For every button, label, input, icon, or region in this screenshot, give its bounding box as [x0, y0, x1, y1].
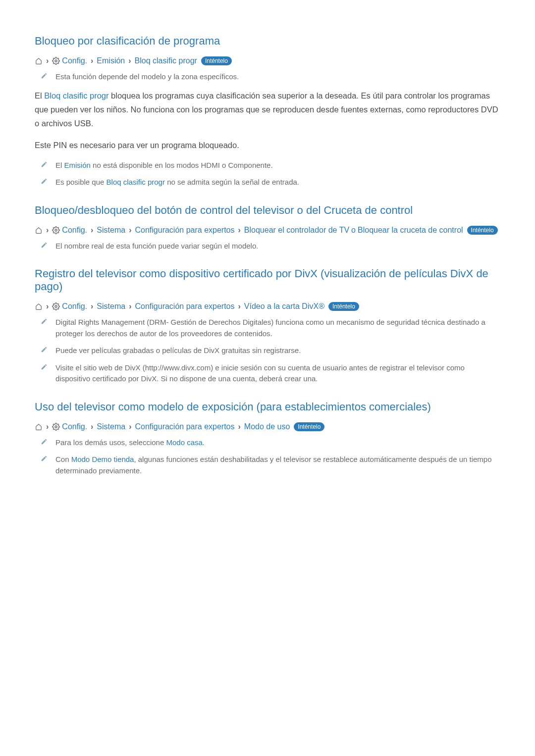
- chevron-icon: ›: [46, 422, 49, 431]
- note-text: Puede ver películas grabadas o películas…: [55, 345, 301, 356]
- note-item: Con Modo Demo tienda, algunas funciones …: [35, 454, 500, 476]
- breadcrumb-modo-uso[interactable]: Modo de uso: [244, 422, 290, 431]
- pencil-icon: [41, 242, 48, 249]
- section-usage-mode: Uso del televisor como modelo de exposic…: [35, 401, 500, 477]
- breadcrumb-config[interactable]: Config.: [62, 422, 87, 431]
- inline-link-bloq[interactable]: Bloq clasific progr: [44, 91, 108, 100]
- chevron-icon: ›: [91, 302, 93, 311]
- section-title: Bloqueo/desbloqueo del botón de control …: [35, 204, 500, 217]
- section-title: Bloqueo por clasificación de programa: [35, 35, 500, 48]
- pencil-icon: [41, 72, 48, 79]
- note-text: Es posible que Bloq clasific progr no se…: [55, 177, 299, 188]
- svg-point-3: [55, 426, 57, 428]
- note-item: Visite el sitio web de DivX (http://www.…: [35, 362, 500, 385]
- section-lock-controller: Bloqueo/desbloqueo del botón de control …: [35, 204, 500, 252]
- breadcrumb-or: o: [351, 226, 356, 235]
- breadcrumb: › Config. › Sistema › Configuración para…: [35, 302, 500, 311]
- note-text: Visite el sitio web de DivX (http://www.…: [55, 362, 500, 385]
- chevron-icon: ›: [46, 56, 49, 65]
- pencil-icon: [41, 438, 48, 445]
- pencil-icon: [41, 161, 48, 168]
- inline-link-emision[interactable]: Emisión: [64, 161, 91, 169]
- chevron-icon: ›: [238, 422, 241, 431]
- chevron-icon: ›: [91, 422, 93, 431]
- note-text: Digital Rights Management (DRM- Gestión …: [55, 317, 500, 339]
- breadcrumb-bloq-clasific[interactable]: Bloq clasific progr: [135, 56, 197, 65]
- breadcrumb-bloquear-cruceta[interactable]: Bloquear la cruceta de control: [358, 226, 463, 235]
- svg-point-0: [55, 60, 57, 62]
- breadcrumb-sistema[interactable]: Sistema: [97, 302, 125, 311]
- breadcrumb-bloquear-controlador[interactable]: Bloquear el controlador de TV: [244, 226, 349, 235]
- note-text: El nombre real de esta función puede var…: [55, 241, 258, 252]
- chevron-icon: ›: [129, 226, 131, 235]
- pencil-icon: [41, 346, 48, 353]
- section-divx: Registro del televisor como dispositivo …: [35, 267, 500, 385]
- chevron-icon: ›: [46, 302, 49, 311]
- pencil-icon: [41, 318, 48, 325]
- try-it-badge[interactable]: Inténtelo: [467, 226, 498, 235]
- breadcrumb-config-expertos[interactable]: Configuración para expertos: [135, 226, 234, 235]
- breadcrumb-sistema[interactable]: Sistema: [97, 226, 125, 235]
- breadcrumb: › Config. › Emisión › Bloq clasific prog…: [35, 56, 500, 65]
- breadcrumb-config[interactable]: Config.: [62, 226, 87, 235]
- section-program-rating-lock: Bloqueo por clasificación de programa › …: [35, 35, 500, 188]
- chevron-icon: ›: [238, 226, 241, 235]
- home-icon: [35, 423, 43, 430]
- inline-link-modo-casa[interactable]: Modo casa: [166, 438, 202, 447]
- section-title: Uso del televisor como modelo de exposic…: [35, 401, 500, 413]
- pencil-icon: [41, 455, 48, 462]
- note-item: Para los demás usos, seleccione Modo cas…: [35, 437, 500, 449]
- chevron-icon: ›: [129, 422, 131, 431]
- inline-link-bloq[interactable]: Bloq clasific progr: [107, 178, 165, 186]
- breadcrumb-emision[interactable]: Emisión: [97, 56, 125, 65]
- breadcrumb-config-expertos[interactable]: Configuración para expertos: [135, 422, 234, 431]
- chevron-icon: ›: [129, 302, 131, 311]
- chevron-icon: ›: [128, 56, 131, 65]
- svg-point-1: [55, 229, 57, 231]
- pencil-icon: [41, 178, 48, 185]
- chevron-icon: ›: [91, 226, 93, 235]
- note-item: Esta función depende del modelo y la zon…: [35, 71, 500, 83]
- chevron-icon: ›: [238, 302, 241, 311]
- home-icon: [35, 57, 43, 64]
- note-text: Con Modo Demo tienda, algunas funciones …: [55, 454, 500, 476]
- home-icon: [35, 303, 43, 310]
- try-it-badge[interactable]: Inténtelo: [294, 422, 324, 431]
- svg-point-2: [55, 305, 57, 307]
- note-text: Esta función depende del modelo y la zon…: [55, 71, 239, 83]
- inline-link-modo-demo[interactable]: Modo Demo tienda: [71, 455, 134, 463]
- pencil-icon: [41, 363, 48, 370]
- breadcrumb-sistema[interactable]: Sistema: [97, 422, 125, 431]
- gear-icon: [52, 423, 60, 431]
- try-it-badge[interactable]: Inténtelo: [201, 56, 232, 65]
- home-icon: [35, 227, 43, 234]
- body-paragraph: Este PIN es necesario para ver un progra…: [35, 138, 500, 152]
- gear-icon: [52, 57, 60, 65]
- breadcrumb-config-expertos[interactable]: Configuración para expertos: [135, 302, 234, 311]
- breadcrumb-config[interactable]: Config.: [62, 302, 87, 311]
- note-item: El Emisión no está disponible en los mod…: [35, 160, 500, 171]
- chevron-icon: ›: [91, 56, 93, 65]
- note-item: Puede ver películas grabadas o películas…: [35, 345, 500, 356]
- gear-icon: [52, 226, 60, 234]
- note-text: Para los demás usos, seleccione Modo cas…: [55, 437, 205, 449]
- note-item: Digital Rights Management (DRM- Gestión …: [35, 317, 500, 339]
- gear-icon: [52, 302, 60, 310]
- breadcrumb-config[interactable]: Config.: [62, 56, 87, 65]
- breadcrumb: › Config. › Sistema › Configuración para…: [35, 226, 500, 235]
- breadcrumb-video-divx[interactable]: Vídeo a la carta DivX®: [244, 302, 324, 311]
- chevron-icon: ›: [46, 226, 49, 235]
- body-paragraph: El Bloq clasific progr bloquea los progr…: [35, 89, 500, 130]
- try-it-badge[interactable]: Inténtelo: [328, 302, 359, 311]
- section-title: Registro del televisor como dispositivo …: [35, 267, 500, 293]
- note-item: El nombre real de esta función puede var…: [35, 241, 500, 252]
- note-item: Es posible que Bloq clasific progr no se…: [35, 177, 500, 188]
- breadcrumb: › Config. › Sistema › Configuración para…: [35, 422, 500, 431]
- note-text: El Emisión no está disponible en los mod…: [55, 160, 273, 171]
